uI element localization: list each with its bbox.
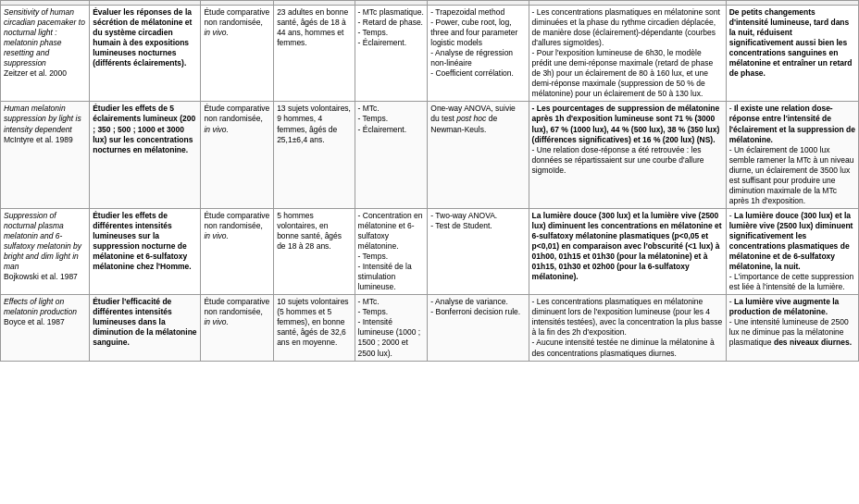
- cell-type: Étude comparative non randomisée, in viv…: [201, 102, 274, 208]
- cell-analyse: - Trapezoidal method- Power, cube root, …: [428, 6, 529, 102]
- cell-conclusion: De petits changements d'intensité lumine…: [726, 6, 858, 102]
- cell-facteurs: - MTc.- Temps.- Éclairement.: [355, 102, 428, 208]
- cell-titre: Human melatonin suppression by light is …: [1, 102, 90, 208]
- cell-type: Étude comparative non randomisée, in viv…: [201, 6, 274, 102]
- cell-carac: 10 sujets volontaires (5 hommes et 5 fem…: [274, 295, 355, 361]
- cell-type: Étude comparative non randomisée, in viv…: [201, 208, 274, 294]
- cell-objectif: Étudier l'efficacité de différentes inte…: [90, 295, 201, 361]
- cell-resultats: - Les concentrations plasmatiques en mél…: [529, 295, 726, 361]
- cell-carac: 5 hommes volontaires, en bonne santé, âg…: [274, 208, 355, 294]
- cell-type: Étude comparative non randomisée, in viv…: [201, 295, 274, 361]
- cell-resultats: La lumière douce (300 lux) et la lumière…: [529, 208, 726, 294]
- cell-objectif: Étudier les effets de 5 éclairements lum…: [90, 102, 201, 208]
- cell-resultats: - Les pourcentages de suppression de mél…: [529, 102, 726, 208]
- cell-titre: Effects of light on melatonin production…: [1, 295, 90, 361]
- cell-conclusion: - Il existe une relation dose-réponse en…: [726, 102, 858, 208]
- cell-analyse: - Analyse de variance.- Bonferroni decis…: [428, 295, 529, 361]
- table-row: Human melatonin suppression by light is …: [1, 102, 859, 208]
- cell-titre: Suppression of nocturnal plasma melatoni…: [1, 208, 90, 294]
- cell-objectif: Évaluer les réponses de la sécrétion de …: [90, 6, 201, 102]
- cell-analyse: One-way ANOVA, suivie du test post hoc d…: [428, 102, 529, 208]
- cell-analyse: - Two-way ANOVA.- Test de Student.: [428, 208, 529, 294]
- table-row: Sensitivity of human circadian pacemaker…: [1, 6, 859, 102]
- cell-facteurs: - MTc.- Temps.- Intensité lumineuse (100…: [355, 295, 428, 361]
- cell-conclusion: - La lumière douce (300 lux) et la lumiè…: [726, 208, 858, 294]
- cell-resultats: - Les concentrations plasmatiques en mél…: [529, 6, 726, 102]
- cell-conclusion: - La lumière vive augmente la production…: [726, 295, 858, 361]
- cell-carac: 13 sujets volontaires, 9 hommes, 4 femme…: [274, 102, 355, 208]
- cell-objectif: Étudier les effets de différentes intens…: [90, 208, 201, 294]
- cell-titre: Sensitivity of human circadian pacemaker…: [1, 6, 90, 102]
- cell-carac: 23 adultes en bonne santé, âgés de 18 à …: [274, 6, 355, 102]
- cell-facteurs: - MTc plasmatique.- Retard de phase.- Te…: [355, 6, 428, 102]
- table-row: Effects of light on melatonin production…: [1, 295, 859, 361]
- cell-facteurs: - Concentration en mélatonine et 6-sulfa…: [355, 208, 428, 294]
- table-row: Suppression of nocturnal plasma melatoni…: [1, 208, 859, 294]
